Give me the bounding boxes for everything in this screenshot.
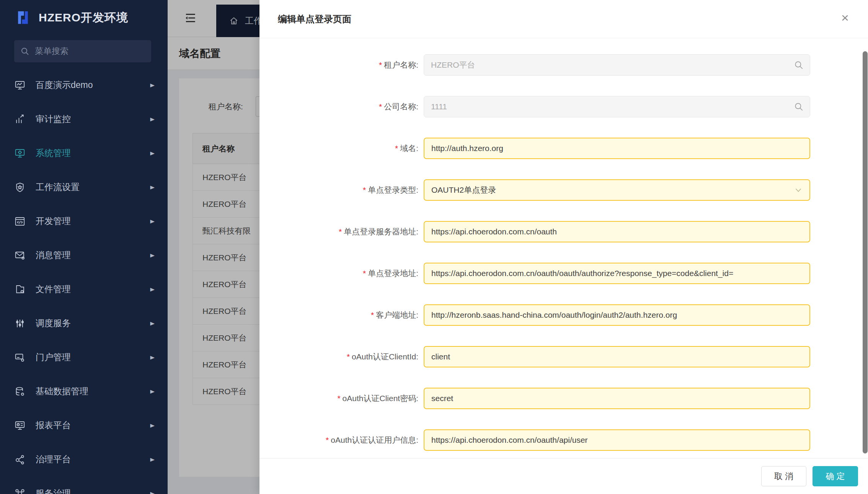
menu-search-input[interactable]: 菜单搜索 bbox=[14, 40, 151, 62]
search-icon bbox=[794, 102, 804, 112]
domain-input[interactable]: http://auth.hzero.org bbox=[424, 138, 810, 159]
field-label: *单点登录地址: bbox=[259, 268, 418, 279]
confirm-button[interactable]: 确 定 bbox=[813, 466, 858, 486]
chevron-right-icon: ▶ bbox=[150, 218, 155, 224]
app-title: HZERO开发环境 bbox=[39, 10, 128, 26]
logo: HZERO开发环境 bbox=[0, 0, 168, 28]
field-label: *租户名称: bbox=[259, 60, 418, 70]
sidebar-item-label: 开发管理 bbox=[36, 215, 150, 227]
chevron-right-icon: ▶ bbox=[150, 457, 155, 462]
sliders-icon bbox=[14, 317, 26, 330]
share-network-icon bbox=[14, 453, 26, 466]
chevron-right-icon: ▶ bbox=[150, 320, 155, 326]
sidebar-item-system-management[interactable]: 系统管理 ▶ bbox=[0, 136, 168, 170]
required-mark: * bbox=[395, 144, 398, 153]
audit-chart-icon bbox=[14, 113, 26, 125]
sso-type-select[interactable]: OAUTH2单点登录 bbox=[424, 179, 810, 201]
sidebar-item-report-platform[interactable]: 报表平台 ▶ bbox=[0, 408, 168, 442]
chevron-right-icon: ▶ bbox=[150, 388, 155, 394]
chevron-right-icon: ▶ bbox=[150, 422, 155, 428]
sso-server-url-input[interactable]: https://api.choerodon.com.cn/oauth bbox=[424, 221, 810, 242]
search-icon bbox=[794, 60, 804, 70]
file-gear-icon bbox=[14, 283, 26, 296]
company-name-lov-input: 1111 bbox=[424, 96, 810, 117]
sidebar-item-service-governance[interactable]: 服务治理 ▶ bbox=[0, 476, 168, 494]
required-mark: * bbox=[379, 60, 382, 69]
field-row-company-name: *公司名称: 1111 bbox=[259, 96, 868, 117]
code-window-icon bbox=[14, 215, 26, 227]
field-label: *域名: bbox=[259, 143, 418, 154]
required-mark: * bbox=[326, 435, 329, 444]
chevron-right-icon: ▶ bbox=[150, 491, 155, 494]
sidebar-item-label: 治理平台 bbox=[36, 453, 150, 465]
required-mark: * bbox=[347, 352, 350, 361]
sidebar-item-scheduler-service[interactable]: 调度服务 ▶ bbox=[0, 306, 168, 340]
cancel-button[interactable]: 取 消 bbox=[761, 466, 806, 486]
workflow-shield-icon bbox=[14, 181, 26, 193]
sidebar-item-label: 基础数据管理 bbox=[36, 385, 150, 397]
client-url-input[interactable]: http://hzeronb.saas.hand-china.com/oauth… bbox=[424, 304, 810, 326]
chevron-right-icon: ▶ bbox=[150, 116, 155, 122]
close-icon[interactable]: × bbox=[836, 8, 854, 27]
chevron-right-icon: ▶ bbox=[150, 286, 155, 292]
sidebar-item-label: 门户管理 bbox=[36, 351, 150, 363]
drawer-title: 编辑单点登录页面 bbox=[278, 13, 351, 25]
sidebar-item-message-management[interactable]: 消息管理 ▶ bbox=[0, 238, 168, 272]
message-gear-icon bbox=[14, 249, 26, 262]
menu-search-placeholder: 菜单搜索 bbox=[35, 46, 69, 57]
field-label: *公司名称: bbox=[259, 101, 418, 112]
sidebar-item-label: 消息管理 bbox=[36, 249, 150, 261]
scrollbar-thumb[interactable] bbox=[863, 51, 868, 453]
chevron-right-icon: ▶ bbox=[150, 252, 155, 258]
presentation-monitor-icon bbox=[14, 79, 26, 91]
sidebar-item-label: 报表平台 bbox=[36, 419, 150, 431]
required-mark: * bbox=[379, 102, 382, 111]
command-icon bbox=[14, 487, 26, 494]
field-label: *客户端地址: bbox=[259, 310, 418, 320]
required-mark: * bbox=[337, 394, 340, 403]
hzero-logo-icon bbox=[14, 9, 32, 26]
sidebar-item-label: 工作流设置 bbox=[36, 181, 150, 193]
sidebar-item-governance-platform[interactable]: 治理平台 ▶ bbox=[0, 442, 168, 476]
oauth-client-id-input[interactable]: client bbox=[424, 346, 810, 367]
field-row-domain: *域名: http://auth.hzero.org bbox=[259, 138, 868, 159]
field-label: *单点登录服务器地址: bbox=[259, 226, 418, 237]
sidebar-item-audit-monitor[interactable]: 审计监控 ▶ bbox=[0, 102, 168, 136]
oauth-user-info-input[interactable]: https://api.choerodon.com.cn/oauth/api/u… bbox=[424, 429, 810, 451]
sidebar-item-label: 百度演示demo bbox=[36, 79, 150, 91]
drawer-body: *租户名称: HZERO平台 *公司名称: 1111 *域名: http://a… bbox=[259, 38, 868, 458]
sidebar: HZERO开发环境 菜单搜索 百度演示demo ▶ 审计监控 ▶ bbox=[0, 0, 168, 494]
chevron-right-icon: ▶ bbox=[150, 82, 155, 88]
system-monitor-gear-icon bbox=[14, 147, 26, 159]
sidebar-item-dev-management[interactable]: 开发管理 ▶ bbox=[0, 204, 168, 238]
app-root: HZERO开发环境 菜单搜索 百度演示demo ▶ 审计监控 ▶ bbox=[0, 0, 868, 494]
sidebar-item-label: 审计监控 bbox=[36, 113, 150, 125]
field-row-oauth-client-id: *oAuth认证ClientId: client bbox=[259, 346, 868, 367]
sidebar-item-label: 调度服务 bbox=[36, 317, 150, 329]
sidebar-item-baidu-demo[interactable]: 百度演示demo ▶ bbox=[0, 68, 168, 102]
sidebar-item-file-management[interactable]: 文件管理 ▶ bbox=[0, 272, 168, 306]
required-mark: * bbox=[371, 310, 374, 319]
field-row-tenant-name: *租户名称: HZERO平台 bbox=[259, 54, 868, 76]
field-row-client-url: *客户端地址: http://hzeronb.saas.hand-china.c… bbox=[259, 304, 868, 326]
required-mark: * bbox=[363, 185, 366, 194]
field-row-oauth-user-info: *oAuth认证认证用户信息: https://api.choerodon.co… bbox=[259, 429, 868, 451]
oauth-client-secret-input[interactable]: secret bbox=[424, 388, 810, 409]
chevron-right-icon: ▶ bbox=[150, 150, 155, 156]
sidebar-item-portal-management[interactable]: 门户管理 ▶ bbox=[0, 340, 168, 374]
tenant-name-lov-input: HZERO平台 bbox=[424, 54, 810, 76]
field-label: *oAuth认证Client密码: bbox=[259, 393, 418, 404]
report-monitor-icon bbox=[14, 419, 26, 432]
sidebar-item-label: 文件管理 bbox=[36, 283, 150, 295]
portal-gear-icon bbox=[14, 351, 26, 364]
field-label: *oAuth认证认证用户信息: bbox=[259, 435, 418, 445]
chevron-right-icon: ▶ bbox=[150, 354, 155, 360]
sso-login-url-input[interactable]: https://api.choerodon.com.cn/oauth/oauth… bbox=[424, 263, 810, 284]
edit-sso-drawer: 编辑单点登录页面 × *租户名称: HZERO平台 *公司名称: 1111 *域… bbox=[259, 0, 868, 494]
chevron-right-icon: ▶ bbox=[150, 184, 155, 190]
sidebar-item-workflow-settings[interactable]: 工作流设置 ▶ bbox=[0, 170, 168, 204]
required-mark: * bbox=[339, 227, 342, 236]
sidebar-item-base-data-management[interactable]: 基础数据管理 ▶ bbox=[0, 374, 168, 408]
field-label: *单点登录类型: bbox=[259, 185, 418, 195]
sidebar-nav: 百度演示demo ▶ 审计监控 ▶ 系统管理 ▶ bbox=[0, 68, 168, 494]
